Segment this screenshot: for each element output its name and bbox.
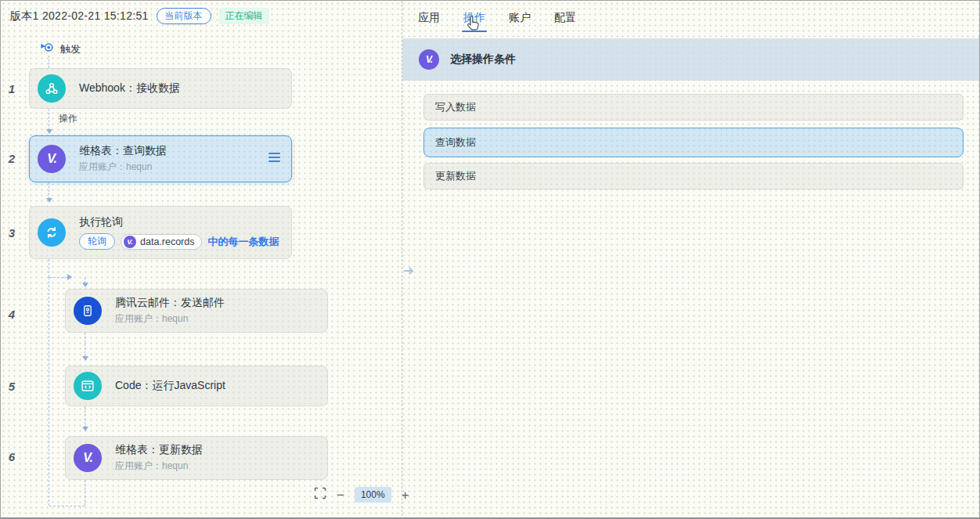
webhook-icon: [38, 74, 66, 103]
option-write-data[interactable]: 写入数据: [423, 94, 964, 121]
config-panel: 应用 操作 账户 配置 V. 选择操作条件 写入数据 查询数据 更新数据: [402, 1, 980, 519]
zoom-level: 100%: [355, 487, 391, 503]
step-title: 维格表：查询数据: [79, 144, 167, 158]
step-number: 4: [5, 308, 18, 321]
current-version-badge: 当前版本: [157, 8, 211, 24]
tab-accounts[interactable]: 账户: [509, 11, 531, 32]
vika-icon: V.: [124, 236, 136, 248]
step-title: 腾讯云邮件：发送邮件: [115, 296, 225, 310]
code-icon: [74, 372, 102, 400]
step-title: Webhook：接收数据: [79, 81, 180, 96]
connector-arrow: [82, 283, 88, 287]
connector-arrow: [82, 356, 88, 361]
step-card-vika-update[interactable]: V. 维格表：更新数据 应用账户：hequn: [65, 436, 328, 480]
step-card-webhook[interactable]: Webhook：接收数据: [29, 68, 292, 109]
step-title: 执行轮询: [79, 215, 279, 229]
step-card-loop[interactable]: 执行轮询 轮询 V. data.records 中的每一条数据: [29, 206, 292, 259]
connector-line: [49, 56, 49, 68]
connector-arrow: [46, 198, 52, 203]
loop-icon: [38, 218, 66, 247]
connector-line: [49, 109, 49, 130]
panel-header: V. 选择操作条件: [402, 38, 980, 81]
step-title: 维格表：更新数据: [115, 443, 203, 457]
loop-rail-line: [49, 277, 49, 506]
connector-arrow: [82, 427, 88, 431]
step-subtitle: 应用账户：hequn: [115, 460, 203, 473]
loop-entry-arrow: [67, 274, 72, 280]
connector-line: [85, 333, 85, 357]
trigger-label-row: 触发: [40, 41, 81, 57]
step-card-code[interactable]: Code：运行JavaScript: [65, 366, 328, 406]
panel-header-title: 选择操作条件: [450, 52, 516, 67]
connector-line: [49, 182, 49, 199]
vika-icon: V.: [38, 145, 66, 173]
loop-tag: 轮询: [79, 233, 115, 250]
step-title: Code：运行JavaScript: [115, 379, 225, 393]
vika-icon: V.: [74, 444, 102, 472]
step-subtitle: 应用账户：hequn: [115, 312, 225, 326]
action-label: 操作: [59, 112, 77, 125]
variable-chip-label: data.records: [140, 236, 194, 247]
tab-config[interactable]: 配置: [554, 11, 576, 32]
connector-line: [85, 406, 85, 428]
variable-chip: V. data.records: [121, 234, 202, 250]
tab-apps[interactable]: 应用: [418, 11, 440, 32]
step-subtitle: 应用账户：hequn: [79, 160, 167, 174]
loop-return-line: [49, 506, 85, 506]
step-card-vika-query[interactable]: V. 维格表：查询数据 应用账户：hequn: [29, 135, 292, 182]
version-bar: 版本1 2022-02-21 15:12:51 当前版本 正在编辑: [10, 8, 269, 24]
panel-tabs: 应用 操作 账户 配置: [418, 11, 576, 32]
mail-icon: [74, 297, 102, 325]
option-update-data[interactable]: 更新数据: [423, 163, 964, 189]
vika-icon: V.: [419, 49, 439, 70]
menu-icon[interactable]: [268, 153, 280, 162]
version-title: 版本1 2022-02-21 15:12:51: [10, 9, 149, 23]
step-number: 6: [5, 450, 18, 463]
step-number: 2: [5, 152, 18, 165]
zoom-out-button[interactable]: −: [337, 488, 344, 502]
trigger-icon: [40, 41, 54, 57]
connector-line: [49, 259, 49, 277]
connector-arrow: [46, 129, 52, 134]
editing-status-badge: 正在编辑: [219, 8, 269, 24]
connector-line: [85, 480, 85, 506]
chevron-down-icon[interactable]: [247, 10, 258, 24]
step-card-mail[interactable]: 腾讯云邮件：发送邮件 应用账户：hequn: [65, 289, 328, 333]
step-number: 1: [5, 82, 18, 96]
automation-workflow-window: 版本1 2022-02-21 15:12:51 当前版本 正在编辑 触发 1 2…: [0, 0, 980, 519]
step-number: 3: [5, 226, 18, 240]
loop-entry-line: [49, 277, 67, 278]
zoom-controls: − 100% +: [314, 487, 409, 503]
trigger-label: 触发: [60, 42, 81, 56]
hand-cursor-icon: [465, 14, 482, 36]
loop-suffix-text: 中的每一条数据: [207, 235, 279, 249]
option-query-data[interactable]: 查询数据: [423, 128, 964, 157]
step-number: 5: [5, 380, 18, 393]
fit-screen-button[interactable]: [314, 487, 326, 503]
